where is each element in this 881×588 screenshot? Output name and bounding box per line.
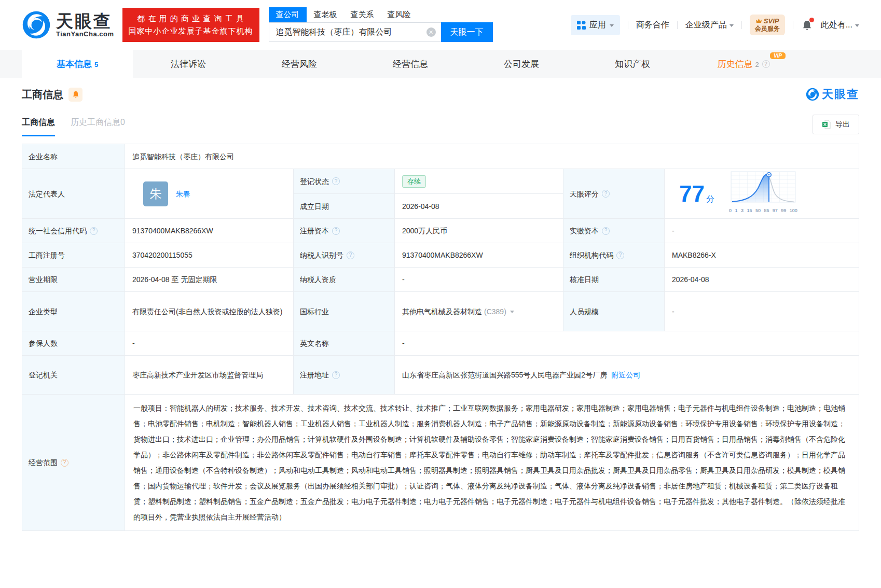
field-label: 人员规模 <box>563 292 665 331</box>
search-input[interactable] <box>269 22 441 42</box>
nav-tab-development[interactable]: 公司发展 <box>466 50 577 78</box>
reg-authority-text: 枣庄高新技术产业开发区市场监督管理局 <box>132 368 263 382</box>
notifications-button[interactable] <box>801 19 813 31</box>
field-label: 法定代表人 <box>22 169 125 219</box>
divider <box>793 21 793 29</box>
search-button[interactable]: 天眼一下 <box>441 22 493 42</box>
english-name-label: 英文名称 <box>300 337 329 349</box>
nav-tab-history[interactable]: 历史信息2?VIP <box>688 50 799 78</box>
score-label: 天眼评分 <box>570 188 599 200</box>
approval-date-cell: 2026-04-08 <box>665 268 859 292</box>
nav-tab-ip[interactable]: 知识产权 <box>577 50 688 78</box>
nav-tab-risk[interactable]: 经营风险 <box>244 50 355 78</box>
score-unit: 分 <box>706 194 714 203</box>
nav-tab-operation[interactable]: 经营信息 <box>355 50 466 78</box>
business-scope-text: 一般项目：智能机器人的研发；技术服务、技术开发、技术咨询、技术交流、技术转让、技… <box>133 404 845 521</box>
help-icon[interactable]: ? <box>332 177 340 185</box>
crown-icon <box>755 18 762 24</box>
chevron-down-icon <box>610 24 614 27</box>
business-term-cell: 2026-04-08 至 无固定期限 <box>125 268 294 292</box>
taxpayer-id-cell: 91370400MAKB8266XW <box>395 243 563 268</box>
user-account-menu[interactable]: 此处有... <box>821 20 859 31</box>
insured-count-label: 参保人数 <box>29 337 58 349</box>
paid-capital-label: 实缴资本 <box>570 225 599 237</box>
search-tab-company[interactable]: 查公司 <box>269 7 307 22</box>
establish-date-cell: 2026-04-08 <box>395 194 563 219</box>
score-axis-labels: 0131550859799100 <box>722 204 799 217</box>
tianyancha-logo[interactable]: 天眼查 TianYanCha.com <box>22 10 114 39</box>
reg-capital-text: 2000万人民币 <box>402 225 447 237</box>
nearby-companies-link[interactable]: 附近公司 <box>611 369 640 381</box>
status-badge: 存续 <box>402 175 426 188</box>
enterprise-products-label: 企业级产品 <box>685 20 727 31</box>
help-icon[interactable]: ? <box>602 190 610 198</box>
reg-address-cell: 山东省枣庄高新区张范街道国兴路555号人民电器产业园2号厂房 附近公司 <box>395 356 859 395</box>
field-label: 企业类型 <box>22 292 125 331</box>
export-button[interactable]: 导出 <box>813 115 859 134</box>
field-label: 登记状态 ? <box>294 169 395 194</box>
reg-capital-label: 注册资本 <box>300 225 329 237</box>
divider <box>628 21 628 29</box>
field-label: 天眼评分 ? <box>563 169 665 219</box>
score-axis-tick: 99 <box>781 204 786 217</box>
svip-label: SVIP <box>764 17 779 25</box>
export-label: 导出 <box>835 120 850 129</box>
taxpayer-quality-cell: - <box>395 268 563 292</box>
svip-member-button[interactable]: SVIP 会员服务 <box>750 15 785 35</box>
apps-grid-icon <box>577 21 586 30</box>
help-icon[interactable]: ? <box>762 60 770 68</box>
help-icon[interactable]: ? <box>332 371 340 379</box>
help-icon[interactable]: ? <box>347 251 354 259</box>
staff-size-label: 人员规模 <box>570 305 599 318</box>
reg-number-cell: 370420200115055 <box>125 243 294 268</box>
business-cooperation-label: 商务合作 <box>636 20 669 31</box>
slogan-line2: 国家中小企业发展子基金旗下机构 <box>129 25 253 37</box>
business-scope-label: 经营范围 <box>29 456 58 469</box>
field-label: 核准日期 <box>563 268 665 292</box>
score-axis-tick: 15 <box>747 204 752 217</box>
clear-search-icon[interactable]: ✕ <box>426 27 436 37</box>
help-icon[interactable]: ? <box>90 227 98 235</box>
reg-number-label: 工商注册号 <box>29 249 65 261</box>
staff-size-text: - <box>672 305 674 318</box>
industry-label: 国标行业 <box>300 305 329 318</box>
reg-capital-cell: 2000万人民币 <box>395 219 563 243</box>
logo-text: 天眼查 <box>56 12 114 30</box>
legal-rep-link[interactable]: 朱春 <box>176 188 190 200</box>
score-cell: 77分 <box>665 169 859 219</box>
score-axis-tick: 1 <box>735 204 737 217</box>
divider <box>677 21 678 29</box>
reg-address-label: 注册地址 <box>300 369 329 381</box>
field-label: 组织机构代码 ? <box>563 243 665 268</box>
insured-count-cell: - <box>125 331 294 356</box>
company-name-text: 追觅智能科技（枣庄）有限公司 <box>132 150 234 163</box>
search-tab-boss[interactable]: 查老板 <box>314 10 337 22</box>
user-account-label: 此处有... <box>821 20 852 31</box>
nav-tab-basic[interactable]: 基本信息5 <box>22 50 133 78</box>
help-icon[interactable]: ? <box>616 251 624 259</box>
chevron-down-icon[interactable] <box>510 311 514 313</box>
nav-tab-label: 基本信息 <box>57 58 92 70</box>
search-tab-relation[interactable]: 查关系 <box>351 10 374 22</box>
help-icon[interactable]: ? <box>602 227 610 235</box>
field-label: 参保人数 <box>22 331 125 356</box>
score-axis-tick: 97 <box>773 204 778 217</box>
subscribe-alert-button[interactable] <box>68 88 82 102</box>
business-cooperation-link[interactable]: 商务合作 <box>636 20 669 31</box>
avatar[interactable]: 朱 <box>143 181 168 206</box>
field-label: 实缴资本 ? <box>563 219 665 243</box>
watermark-logo: 天眼查 <box>806 87 859 102</box>
subtab-business-info[interactable]: 工商信息 <box>22 117 55 136</box>
help-icon[interactable]: ? <box>332 227 340 235</box>
subtab-history-business-info[interactable]: 历史工商信息0 <box>71 117 125 136</box>
logo-domain: TianYanCha.com <box>56 30 114 38</box>
slogan-line1: 都 在 用 的 商 业 查 询 工 具 <box>129 12 253 25</box>
tianyancha-logo-icon <box>806 88 819 101</box>
nav-tab-lawsuit[interactable]: 法律诉讼 <box>133 50 244 78</box>
search-tab-risk[interactable]: 查风险 <box>388 10 411 22</box>
apps-menu-button[interactable]: 应用 <box>571 15 620 35</box>
approval-date-label: 核准日期 <box>570 273 599 286</box>
enterprise-products-menu[interactable]: 企业级产品 <box>685 20 734 31</box>
help-icon[interactable]: ? <box>61 459 68 467</box>
watermark-text: 天眼查 <box>822 87 859 102</box>
